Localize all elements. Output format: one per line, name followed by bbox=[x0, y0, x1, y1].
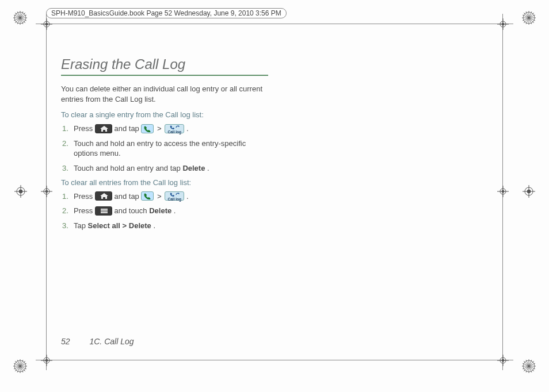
step-3: 3. Tap Select all > Delete . bbox=[61, 221, 268, 231]
ui-label-delete: Delete bbox=[149, 206, 171, 215]
step-text: . bbox=[174, 206, 176, 215]
svg-rect-70 bbox=[101, 212, 108, 213]
subheading-all: To clear all entries from the Call log l… bbox=[61, 178, 268, 188]
ui-label-select-all: Select all bbox=[88, 221, 120, 230]
call-log-label: Call log bbox=[166, 197, 182, 201]
step-num: 1. bbox=[62, 124, 68, 134]
svg-rect-68 bbox=[101, 209, 108, 210]
step-3: 3. Touch and hold an entry and tap Delet… bbox=[61, 163, 268, 174]
step-text: and tap bbox=[114, 192, 141, 201]
crop-line-bottom bbox=[36, 360, 513, 360]
registration-mark-top-right bbox=[521, 10, 536, 25]
step-text: and tap bbox=[114, 124, 141, 133]
step-2: 2. Press and touch Delete . bbox=[61, 206, 268, 216]
registration-cross-tr bbox=[497, 18, 509, 30]
step-2: 2. Touch and hold an entry to access the… bbox=[61, 139, 268, 159]
steps-list-all: 1. Press and tap > Call log . 2. Press bbox=[61, 191, 268, 231]
home-button-icon bbox=[95, 191, 112, 201]
crop-line-top bbox=[36, 24, 513, 24]
footer-section-label: 1C. Call Log bbox=[89, 337, 134, 346]
registration-target-right bbox=[523, 185, 535, 198]
step-text: Press bbox=[74, 206, 95, 215]
svg-rect-69 bbox=[101, 210, 108, 212]
step-text: Press bbox=[74, 124, 95, 133]
step-1: 1. Press and tap > Call log . bbox=[61, 191, 268, 202]
call-log-icon: Call log bbox=[165, 191, 184, 201]
step-text: Touch and hold an entry and tap bbox=[74, 164, 182, 172]
registration-cross-br bbox=[497, 355, 509, 366]
call-log-icon: Call log bbox=[165, 124, 184, 133]
title-underline bbox=[61, 75, 268, 76]
page-number: 52 bbox=[61, 337, 70, 346]
step-text: and touch bbox=[114, 206, 149, 215]
page-header-text: SPH-M910_BasicsGuide.book Page 52 Wednes… bbox=[51, 9, 281, 17]
step-text: . bbox=[186, 124, 189, 133]
breadcrumb-separator: > bbox=[123, 221, 129, 230]
registration-target-left bbox=[14, 185, 27, 198]
step-num: 2. bbox=[62, 139, 68, 149]
breadcrumb-separator: > bbox=[156, 124, 165, 133]
registration-mark-bottom-right bbox=[521, 359, 536, 374]
ui-label-delete: Delete bbox=[182, 164, 205, 172]
intro-paragraph: You can delete either an individual call… bbox=[61, 84, 268, 104]
breadcrumb-separator: > bbox=[156, 192, 165, 201]
step-text: Touch and hold an entry to access the en… bbox=[74, 139, 246, 158]
step-text: . bbox=[186, 192, 189, 201]
section-title: Erasing the Call Log bbox=[61, 55, 268, 74]
registration-mark-bottom-left bbox=[13, 359, 28, 374]
main-column: Erasing the Call Log You can delete eith… bbox=[61, 55, 268, 235]
step-1: 1. Press and tap > Call log . bbox=[61, 124, 268, 134]
step-text: Press bbox=[74, 192, 95, 201]
page-header-pill: SPH-M910_BasicsGuide.book Page 52 Wednes… bbox=[46, 8, 287, 18]
registration-cross-left-mid bbox=[41, 186, 52, 197]
home-button-icon bbox=[95, 124, 112, 133]
menu-button-icon bbox=[95, 206, 112, 216]
step-text: Tap bbox=[74, 221, 88, 230]
subheading-single: To clear a single entry from the Call lo… bbox=[61, 110, 268, 120]
step-text: . bbox=[153, 221, 155, 230]
step-num: 2. bbox=[62, 206, 68, 216]
step-num: 3. bbox=[62, 163, 68, 174]
registration-cross-bl bbox=[41, 355, 52, 366]
step-num: 1. bbox=[62, 191, 68, 202]
registration-cross-right-mid bbox=[497, 186, 509, 197]
step-num: 3. bbox=[62, 221, 68, 231]
phone-icon bbox=[141, 191, 154, 201]
ui-label-delete: Delete bbox=[129, 221, 151, 230]
call-log-label: Call log bbox=[166, 130, 182, 134]
steps-list-single: 1. Press and tap > Call log . 2. Touch a… bbox=[61, 124, 268, 173]
step-text: . bbox=[207, 164, 209, 172]
registration-cross-tl bbox=[41, 18, 52, 30]
registration-mark-top-left bbox=[13, 10, 28, 25]
phone-icon bbox=[141, 124, 154, 133]
page-footer: 52 1C. Call Log bbox=[61, 337, 134, 346]
